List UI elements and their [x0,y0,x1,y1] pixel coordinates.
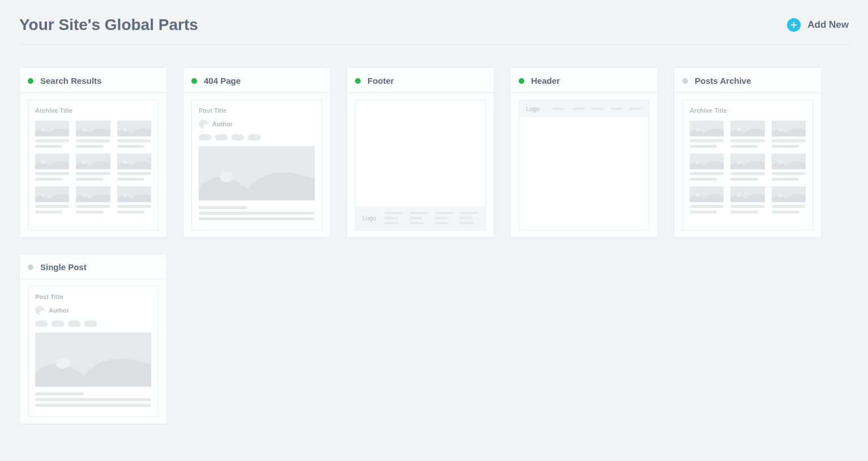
card-header: Single Post [20,254,166,279]
text-line [772,178,799,181]
image-placeholder-icon [76,186,110,202]
card-preview: Logo [511,93,657,237]
preview-thumb [772,186,806,214]
status-dot-icon [191,78,197,84]
text-line [117,139,151,142]
image-placeholder-icon [76,153,110,169]
text-line [117,211,144,214]
svg-point-3 [41,128,45,131]
text-line [730,211,758,214]
svg-point-13 [123,161,127,164]
svg-point-29 [696,161,700,164]
svg-point-31 [737,161,741,164]
image-placeholder-icon [730,121,764,136]
preview-thumb [117,186,151,214]
preview-tags [35,321,151,327]
preview-thumb [76,186,110,214]
image-placeholder-icon [690,153,724,169]
svg-point-25 [737,128,741,131]
status-dot-icon [28,264,33,270]
status-dot-icon [519,78,524,84]
text-line [690,139,724,142]
image-placeholder-icon [35,186,69,202]
card-title: 404 Page [204,76,241,86]
text-line [76,178,103,181]
preview-archive-title: Archive Title [690,107,806,114]
svg-point-11 [82,161,86,164]
plus-icon [787,18,801,32]
image-placeholder-icon [730,153,764,169]
text-line [76,145,103,148]
image-placeholder-icon [690,121,724,136]
svg-point-35 [696,194,700,197]
text-line [35,205,69,208]
image-placeholder-icon [730,186,764,202]
preview-thumb [117,121,151,148]
card-header: Search Results [20,68,166,93]
add-new-button[interactable]: Add New [787,18,849,32]
text-line [730,139,764,142]
text-line [76,211,103,214]
preview-menu [548,108,642,110]
cards-grid: Search Results Archive Title [19,67,849,424]
image-placeholder-icon [772,121,806,136]
image-placeholder-icon [772,186,806,202]
svg-point-41 [56,358,70,369]
text-line [35,404,151,407]
preview-author-label: Author [212,121,233,127]
text-line [76,139,110,142]
text-line [35,145,62,148]
avatar-icon [35,306,44,315]
text-line [117,172,151,175]
avatar-icon [199,119,208,129]
preview-post-title: Post Title [35,293,151,300]
svg-point-19 [123,194,127,197]
svg-point-17 [82,194,86,197]
text-line [35,172,69,175]
template-card-footer[interactable]: Footer Logo [347,67,494,238]
text-line [772,205,806,208]
preview-tags [199,134,315,140]
text-line [690,178,717,181]
card-title: Footer [367,76,394,86]
page-title: Your Site's Global Parts [19,16,198,34]
text-line [772,172,806,175]
text-line [76,172,110,175]
template-card-404-page[interactable]: 404 Page Post Title Author [183,67,331,238]
template-card-single-post[interactable]: Single Post Post Title Author [19,254,167,424]
text-line [35,398,151,401]
preview-thumb [730,121,764,148]
preview-logo-label: Logo [362,215,376,221]
text-line [35,178,62,181]
template-card-posts-archive[interactable]: Posts Archive Archive Title [674,67,822,238]
card-title: Header [531,76,560,86]
text-line [772,211,799,214]
text-line [690,172,724,175]
preview-thumb [76,153,110,181]
preview-thumb [772,153,806,181]
template-card-header[interactable]: Header Logo [510,67,658,238]
add-new-label: Add New [807,19,849,31]
text-line [117,178,144,181]
preview-thumb [690,153,724,181]
text-line [772,139,806,142]
preview-thumb [35,186,69,214]
preview-thumb [76,121,110,148]
text-line [35,392,84,395]
image-placeholder-icon [76,121,110,136]
image-placeholder-icon [35,332,151,387]
svg-point-33 [778,161,782,164]
text-line [117,145,144,148]
text-line [199,206,247,209]
card-header: Footer [347,68,494,93]
card-title: Posts Archive [695,76,751,86]
status-dot-icon [682,78,688,84]
preview-thumb [690,186,724,214]
svg-point-23 [696,128,700,131]
preview-thumb [690,121,724,148]
text-line [730,145,758,148]
svg-point-15 [41,194,45,197]
card-header: Header [511,68,657,93]
card-header: 404 Page [183,68,330,93]
template-card-search-results[interactable]: Search Results Archive Title [19,67,167,238]
